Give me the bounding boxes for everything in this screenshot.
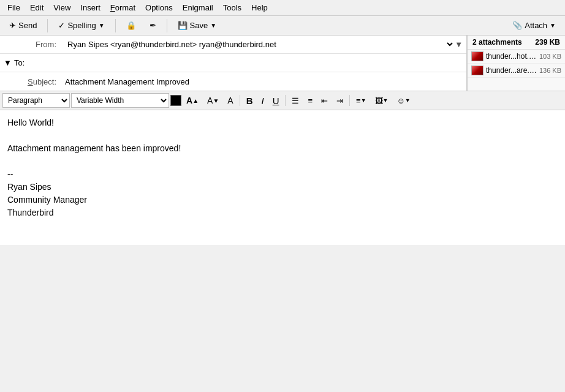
menu-enigmail[interactable]: Enigmail [178, 1, 218, 14]
attachment-icon-2 [471, 66, 483, 75]
outdent-btn[interactable]: ⇤ [317, 93, 332, 108]
font-select[interactable]: Variable Width Fixed Width Arial Times N… [71, 93, 169, 108]
from-select[interactable]: Ryan Sipes <ryan@thunderbird.net> ryan@t… [61, 37, 455, 52]
header-area: From: Ryan Sipes <ryan@thunderbird.net> … [0, 36, 565, 91]
menubar: File Edit View Insert Format Options Eni… [0, 0, 565, 16]
from-row: From: Ryan Sipes <ryan@thunderbird.net> … [0, 36, 466, 54]
font-size-decrease-btn[interactable]: A▼ [203, 93, 222, 108]
spelling-dropdown-arrow: ▼ [99, 22, 105, 29]
ordered-list-btn[interactable]: ≡ [304, 93, 316, 108]
menu-options[interactable]: Options [140, 1, 178, 14]
lock-icon: 🔒 [126, 21, 136, 30]
attachment-name-1: thunder...hot.png [486, 52, 537, 61]
to-label: To: [14, 58, 25, 67]
emoji-btn[interactable]: ☺ ▼ [393, 93, 414, 108]
underline-btn[interactable]: U [269, 93, 283, 108]
menu-format[interactable]: Format [105, 1, 140, 14]
to-dropdown-arrow: ▼ [4, 58, 12, 67]
subject-row: Subject: [0, 72, 466, 91]
bold-btn[interactable]: B [243, 93, 257, 108]
attachments-header: 2 attachments 239 KB [468, 36, 565, 50]
attachments-size: 239 KB [535, 38, 560, 47]
insert-image-btn[interactable]: 🖼 ▼ [371, 93, 392, 108]
menu-insert[interactable]: Insert [75, 1, 105, 14]
send-button[interactable]: ✈ Send [4, 18, 42, 32]
attachment-size-2: 136 KB [539, 67, 561, 74]
fmt-sep-3 [349, 95, 350, 106]
indent-btn[interactable]: ⇥ [333, 93, 347, 108]
compose-area[interactable]: Hello World! Attachment management has b… [0, 110, 565, 245]
attach-button[interactable]: 📎 Attach ▼ [507, 18, 561, 32]
to-prefix[interactable]: ▼ To: [0, 56, 27, 70]
save-button[interactable]: 💾 Save ▼ [172, 18, 222, 32]
subject-input[interactable] [61, 75, 466, 89]
security-button[interactable]: 🔒 [121, 18, 142, 32]
attachments-count: 2 attachments [472, 38, 522, 47]
save-dropdown-arrow: ▼ [210, 22, 216, 29]
italic-btn[interactable]: I [257, 93, 267, 108]
separator-1 [47, 19, 48, 32]
spelling-label: Spelling [67, 21, 96, 30]
text-color-picker[interactable] [170, 95, 181, 106]
to-row: ▼ To: [0, 54, 466, 72]
save-label: Save [190, 21, 208, 30]
separator-3 [167, 19, 167, 32]
main-toolbar: ✈ Send ✓ Spelling ▼ 🔒 ✒ 💾 Save ▼ 📎 Attac… [0, 16, 565, 36]
attachment-icon-1 [471, 51, 483, 61]
attachment-item-2[interactable]: thunder...are.png 136 KB [468, 64, 565, 78]
menu-view[interactable]: View [48, 1, 75, 14]
sign-button[interactable]: ✒ [144, 18, 162, 32]
attach-dropdown-arrow: ▼ [550, 22, 556, 29]
from-dropdown-arrow[interactable]: ▼ [455, 40, 466, 49]
attachments-panel: 2 attachments 239 KB thunder...hot.png 1… [467, 36, 565, 91]
compose-body[interactable]: Hello World! Attachment management has b… [7, 116, 558, 239]
menu-tools[interactable]: Tools [218, 1, 246, 14]
send-icon: ✈ [9, 21, 16, 30]
align-btn[interactable]: ≡ ▼ [352, 93, 370, 108]
unordered-list-btn[interactable]: ☰ [288, 93, 303, 108]
fmt-sep-1 [240, 95, 240, 106]
spelling-icon: ✓ [58, 21, 65, 30]
send-label: Send [18, 21, 37, 30]
attach-label: Attach [525, 21, 547, 30]
menu-file[interactable]: File [2, 1, 25, 14]
fmt-sep-2 [285, 95, 286, 106]
attach-icon: 📎 [512, 21, 522, 30]
attachment-item-1[interactable]: thunder...hot.png 103 KB [468, 50, 565, 64]
subject-label: Subject: [0, 77, 61, 86]
save-icon: 💾 [178, 21, 188, 30]
attachment-name-2: thunder...are.png [486, 66, 537, 75]
pen-icon: ✒ [150, 21, 156, 30]
paragraph-select[interactable]: Paragraph Heading 1 Heading 2 Heading 3 [2, 93, 70, 108]
menu-edit[interactable]: Edit [25, 1, 48, 14]
font-size-increase-btn[interactable]: A▲ [183, 93, 202, 108]
to-input[interactable] [27, 56, 466, 70]
format-toolbar: Paragraph Heading 1 Heading 2 Heading 3 … [0, 91, 565, 110]
attachment-size-1: 103 KB [539, 53, 561, 60]
menu-help[interactable]: Help [246, 1, 273, 14]
separator-2 [115, 19, 116, 32]
font-size-reset-btn[interactable]: A [224, 93, 237, 108]
header-fields: From: Ryan Sipes <ryan@thunderbird.net> … [0, 36, 467, 91]
from-label: From: [0, 40, 61, 49]
spelling-button[interactable]: ✓ Spelling ▼ [53, 18, 110, 32]
